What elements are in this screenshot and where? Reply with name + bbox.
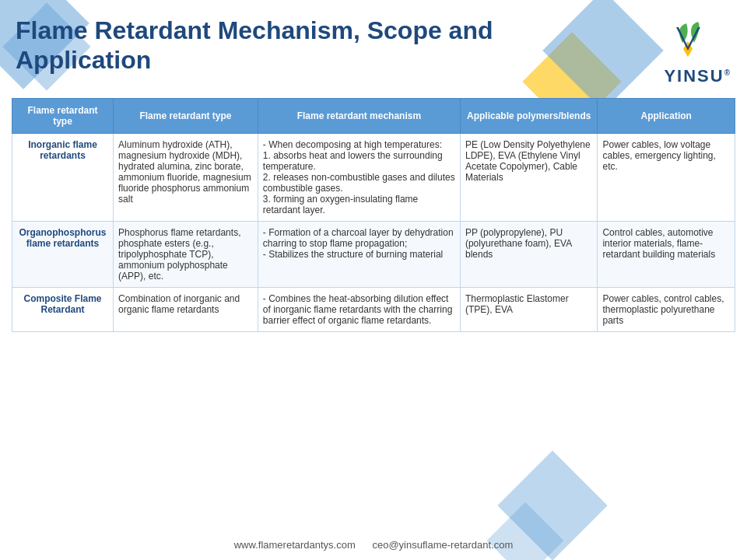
- row-type-composite: Composite Flame Retardant: [12, 288, 114, 332]
- table-row: Inorganic flame retardants Aluminum hydr…: [12, 134, 735, 222]
- row-type-organo: Organophosphorus flame retardants: [12, 222, 114, 288]
- main-table-wrapper: Flame retardant type Flame retardant typ…: [12, 98, 735, 332]
- footer-email: ceo@yinsuflame-retardant.com: [372, 539, 513, 551]
- col-header-type: Flame retardant type: [12, 99, 114, 134]
- row-polymers-inorganic: PE (Low Density Polyethylene LDPE), EVA …: [460, 134, 598, 222]
- col-header-polymers: Applicable polymers/blends: [460, 99, 598, 134]
- row-polymers-composite: Thermoplastic Elastomer (TPE), EVA: [460, 288, 598, 332]
- col-header-type-detail: Flame retardant type: [114, 99, 258, 134]
- row-application-composite: Power cables, control cables, thermoplas…: [598, 288, 735, 332]
- table-row: Composite Flame Retardant Combination of…: [12, 288, 735, 332]
- row-mechanism-inorganic: - When decomposing at high temperatures:…: [258, 134, 460, 222]
- row-application-inorganic: Power cables, low voltage cables, emerge…: [598, 134, 735, 222]
- col-header-application: Application: [598, 99, 735, 134]
- footer: www.flameretardantys.com ceo@yinsuflame-…: [0, 539, 747, 551]
- row-types-detail-inorganic: Aluminum hydroxide (ATH), magnesium hydr…: [114, 134, 258, 222]
- flame-retardant-table: Flame retardant type Flame retardant typ…: [12, 98, 735, 332]
- table-header-row: Flame retardant type Flame retardant typ…: [12, 99, 735, 134]
- row-types-detail-organo: Phosphorus flame retardants, phosphate e…: [114, 222, 258, 288]
- logo-area: YINSU®: [664, 19, 731, 86]
- logo-icon: [671, 19, 725, 66]
- logo-text: YINSU®: [664, 66, 731, 86]
- row-polymers-organo: PP (polypropylene), PU (polyurethane foa…: [460, 222, 598, 288]
- row-mechanism-organo: - Formation of a charcoal layer by dehyd…: [258, 222, 460, 288]
- row-type-inorganic: Inorganic flame retardants: [12, 134, 114, 222]
- footer-website: www.flameretardantys.com: [234, 539, 356, 551]
- col-header-mechanism: Flame retardant mechanism: [258, 99, 460, 134]
- row-types-detail-composite: Combination of inorganic and organic fla…: [114, 288, 258, 332]
- row-application-organo: Control cables, automotive interior mate…: [598, 222, 735, 288]
- table-row: Organophosphorus flame retardants Phosph…: [12, 222, 735, 288]
- row-mechanism-composite: - Combines the heat-absorbing dilution e…: [258, 288, 460, 332]
- header: Flame Retardant Mechanism, Scope and App…: [0, 0, 747, 94]
- page-title: Flame Retardant Mechanism, Scope and App…: [16, 16, 560, 75]
